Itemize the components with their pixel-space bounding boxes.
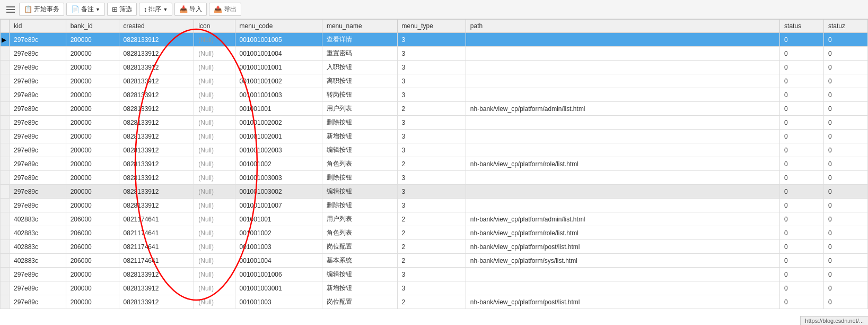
cell-statuz: 0 (823, 47, 867, 61)
row-indicator (1, 102, 10, 116)
cell-bank_id: 200000 (66, 295, 119, 309)
sort-button[interactable]: ↕ 排序 ▼ (139, 3, 172, 16)
cell-kid: 402883c (10, 212, 66, 226)
cell-statuz: 0 (823, 281, 867, 295)
cell-created: 0828133912 (119, 88, 194, 102)
table-row[interactable]: 297e89c2000000828133912(Null)001001001用户… (1, 102, 868, 116)
status-bar: https://blog.csdn.net/... (800, 316, 868, 325)
table-row[interactable]: 297e89c2000000828133912(Null)00100100200… (1, 130, 868, 143)
col-header-status[interactable]: status (780, 20, 824, 33)
table-row[interactable]: 297e89c2000000828133912(Null)00100100200… (1, 143, 868, 157)
cell-bank_id: 200000 (66, 171, 119, 185)
cell-menu_code: 001001003002 (235, 185, 322, 199)
table-row[interactable]: 297e89c2000000828133912(Null)00100100100… (1, 47, 868, 61)
cell-icon: (Null) (194, 33, 235, 47)
cell-path (466, 88, 779, 102)
table-row[interactable]: 297e89c2000000828133912(Null)00100100300… (1, 185, 868, 199)
cell-menu_code: 001001001006 (235, 268, 322, 281)
cell-menu_type: 3 (397, 268, 466, 281)
table-row[interactable]: 297e89c2000000828133912(Null)00100100100… (1, 74, 868, 88)
cell-menu_code: 001001004 (235, 254, 322, 268)
cell-status: 0 (780, 116, 824, 130)
row-indicator (1, 226, 10, 240)
row-indicator (1, 61, 10, 74)
cell-icon: (Null) (194, 157, 235, 171)
cell-menu_type: 3 (397, 33, 466, 47)
cell-icon: (Null) (194, 185, 235, 199)
col-header-kid[interactable]: kid (10, 20, 66, 33)
table-row[interactable]: 297e89c2000000828133912(Null)00100100100… (1, 61, 868, 74)
table-row[interactable]: 297e89c2000000828133912(Null)00100100100… (1, 88, 868, 102)
table-row[interactable]: 297e89c2000000828133912(Null)00100100100… (1, 268, 868, 281)
cell-icon: (Null) (194, 47, 235, 61)
col-header-created[interactable]: created (119, 20, 194, 33)
filter-button[interactable]: ⊞ 筛选 (107, 3, 137, 16)
cell-menu_name: 重置密码 (322, 47, 397, 61)
col-header-menu-name[interactable]: menu_name (322, 20, 397, 33)
col-header-icon[interactable]: icon (194, 20, 235, 33)
cell-kid: 297e89c (10, 61, 66, 74)
task-icon: 📋 (24, 5, 32, 13)
cell-bank_id: 200000 (66, 47, 119, 61)
cell-menu_type: 3 (397, 130, 466, 143)
cell-statuz: 0 (823, 102, 867, 116)
cell-menu_type: 2 (397, 212, 466, 226)
table-row[interactable]: 402883c2060000821174641(Null)001001001用户… (1, 212, 868, 226)
cell-kid: 297e89c (10, 130, 66, 143)
row-indicator (1, 130, 10, 143)
cell-bank_id: 200000 (66, 157, 119, 171)
cell-statuz: 0 (823, 157, 867, 171)
import-button[interactable]: 📥 导入 (174, 3, 207, 16)
cell-bank_id: 200000 (66, 102, 119, 116)
cell-menu_name: 用户列表 (322, 102, 397, 116)
cell-icon: (Null) (194, 268, 235, 281)
cell-menu_type: 3 (397, 171, 466, 185)
start-task-button[interactable]: 📋 开始事务 (19, 3, 64, 16)
col-header-statuz[interactable]: statuz (823, 20, 867, 33)
cell-menu_name: 岗位配置 (322, 295, 397, 309)
cell-menu_name: 编辑按钮 (322, 143, 397, 157)
table-row[interactable]: 402883c2060000821174641(Null)001001002角色… (1, 226, 868, 240)
col-header-path[interactable]: path (466, 20, 779, 33)
col-header-bank-id[interactable]: bank_id (66, 20, 119, 33)
cell-bank_id: 200000 (66, 74, 119, 88)
cell-status: 0 (780, 185, 824, 199)
cell-icon: (Null) (194, 254, 235, 268)
row-indicator: ▶ (1, 33, 10, 47)
annotate-button[interactable]: 📄 备注 ▼ (66, 3, 105, 16)
table-row[interactable]: 297e89c2000000828133912(Null)00100100300… (1, 281, 868, 295)
import-label: 导入 (189, 5, 202, 14)
row-indicator (1, 254, 10, 268)
table-row[interactable]: 297e89c2000000828133912(Null)001001002角色… (1, 157, 868, 171)
table-container: kid bank_id created icon menu_code menu_… (0, 19, 868, 325)
table-row[interactable]: 402883c2060000821174641(Null)001001004基本… (1, 254, 868, 268)
table-row[interactable]: 297e89c2000000828133912(Null)00100100200… (1, 116, 868, 130)
row-indicator-header (1, 20, 10, 33)
cell-menu_code: 001001003003 (235, 171, 322, 185)
table-row[interactable]: 402883c2060000821174641(Null)001001003岗位… (1, 240, 868, 254)
cell-kid: 297e89c (10, 74, 66, 88)
cell-created: 0821174641 (119, 240, 194, 254)
cell-bank_id: 206000 (66, 254, 119, 268)
export-button[interactable]: 📤 导出 (209, 3, 241, 16)
cell-path: nh-bank/view_cp/platform/post/list.html (466, 295, 779, 309)
table-row[interactable]: 297e89c2000000828133912(Null)001001003岗位… (1, 295, 868, 309)
hamburger-button[interactable] (4, 4, 17, 15)
cell-kid: 297e89c (10, 88, 66, 102)
table-row[interactable]: ▶297e89c2000000828133912(Null)0010010010… (1, 33, 868, 47)
cell-menu_type: 3 (397, 74, 466, 88)
cell-menu_type: 2 (397, 226, 466, 240)
table-row[interactable]: 297e89c2000000828133912(Null)00100100100… (1, 199, 868, 212)
cell-created: 0828133912 (119, 102, 194, 116)
col-header-menu-code[interactable]: menu_code (235, 20, 322, 33)
cell-path: nh-bank/view_cp/platform/sys/list.html (466, 254, 779, 268)
table-row[interactable]: 297e89c2000000828133912(Null)00100100300… (1, 171, 868, 185)
cell-path (466, 33, 779, 47)
cell-path: nh-bank/view_cp/platform/admin/list.html (466, 212, 779, 226)
cell-statuz: 0 (823, 185, 867, 199)
cell-bank_id: 206000 (66, 240, 119, 254)
cell-icon: (Null) (194, 102, 235, 116)
cell-menu_code: 001001002003 (235, 143, 322, 157)
col-header-menu-type[interactable]: menu_type (397, 20, 466, 33)
cell-path (466, 199, 779, 212)
